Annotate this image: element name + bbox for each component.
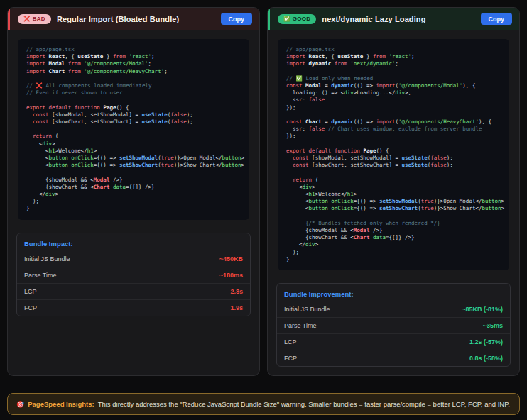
code-line: const Chart = dynamic(() => import('@/co…: [286, 118, 501, 126]
code-line: const [showModal, setShowModal] = useSta…: [286, 155, 501, 162]
code-line: <h1>Welcome</h1>: [286, 191, 501, 198]
code-line: }: [26, 205, 241, 212]
note-text: This directly addresses the "Reduce Java…: [98, 400, 510, 408]
target-icon: 🎯: [16, 401, 24, 408]
code-line: <h1>Welcome</h1>: [26, 148, 241, 155]
metric-label: LCP: [284, 338, 297, 346]
code-line: [286, 169, 501, 176]
metric-value: 1.2s (-57%): [469, 338, 503, 346]
code-line: import Chart from '@/components/HeavyCha…: [26, 68, 241, 75]
metric-row: Initial JS Bundle~85KB (-81%): [277, 302, 510, 317]
code-line: [286, 140, 501, 148]
comparison-panels: ❌ BAD Regular Import (Bloated Bundle) Co…: [7, 7, 520, 376]
code-line: const [showChart, setShowChart] = useSta…: [286, 162, 501, 169]
code-line: {showChart && <Chart data={[]} />}: [286, 234, 501, 241]
copy-button[interactable]: Copy: [481, 13, 513, 25]
code-line: loading: () => <div>Loading...</div>,: [286, 89, 501, 96]
metric-row: Initial JS Bundle~450KB: [17, 251, 250, 267]
badge-label: GOOD: [293, 16, 311, 22]
metrics-rows: Initial JS Bundle~85KB (-81%)Parse Time~…: [277, 302, 510, 366]
status-badge-good: ✅ GOOD: [278, 14, 316, 24]
code-block-good: // app/page.tsximport React, { useState …: [278, 39, 509, 270]
code-line: return (: [286, 177, 501, 184]
metric-value: ~35ms: [483, 322, 503, 329]
metrics-rows: Initial JS Bundle~450KBParse Time~180msL…: [17, 251, 250, 316]
code-line: import React, { useState } from 'react';: [286, 53, 501, 60]
code-line: [286, 111, 501, 118]
metric-label: Initial JS Bundle: [284, 306, 330, 313]
panel-good-lazy-loading: ✅ GOOD next/dynamic Lazy Loading Copy //…: [267, 7, 520, 376]
code-line: }: [286, 256, 501, 263]
code-line: </div>: [286, 241, 501, 248]
metric-value: 0.8s (-58%): [469, 355, 503, 362]
code-line: // ❌ All components loaded immediately: [26, 82, 241, 89]
code-line: const [showChart, setShowChart] = useSta…: [26, 118, 241, 126]
code-line: <button onClick={() => setShowChart(true…: [26, 162, 241, 169]
code-line: import React, { useState } from 'react';: [26, 53, 241, 60]
code-line: ssr: false // Chart uses window, exclude…: [286, 126, 501, 133]
metric-row: LCP2.8s: [17, 283, 250, 299]
panel-bad-header: ❌ BAD Regular Import (Bloated Bundle) Co…: [8, 8, 259, 30]
metrics-title: Bundle Improvement:: [277, 284, 510, 302]
code-line: {showChart && <Chart data={[]} />}: [26, 184, 241, 191]
code-block-bad: // app/page.tsximport React, { useState …: [18, 39, 249, 220]
code-line: });: [286, 104, 501, 111]
code-line: );: [286, 249, 501, 256]
code-line: const Modal = dynamic(() => import('@/co…: [286, 82, 501, 89]
code-line: // app/page.tsx: [286, 46, 501, 53]
panel-title: Regular Import (Bloated Bundle): [57, 15, 215, 23]
pagespeed-insights-note: 🎯 PageSpeed Insights: This directly addr…: [7, 393, 520, 415]
code-line: {showModal && <Modal />}: [26, 177, 241, 184]
metric-label: LCP: [24, 288, 37, 295]
cross-mark-icon: ❌: [23, 16, 31, 22]
code-line: return (: [26, 133, 241, 140]
code-line: <div>: [26, 140, 241, 148]
code-line: [286, 213, 501, 220]
metric-label: FCP: [284, 355, 297, 362]
metric-row: FCP0.8s (-58%): [277, 350, 510, 366]
code-line: [26, 96, 241, 104]
panel-title: next/dynamic Lazy Loading: [322, 15, 474, 23]
code-line: );: [26, 198, 241, 205]
metric-value: 2.8s: [230, 288, 243, 295]
code-line: [26, 126, 241, 133]
panel-good-header: ✅ GOOD next/dynamic Lazy Loading Copy: [268, 8, 519, 30]
code-line: {/* Bundles fetched only when rendered *…: [286, 220, 501, 227]
code-line: export default function Page() {: [26, 104, 241, 111]
copy-button[interactable]: Copy: [221, 13, 253, 25]
metric-label: FCP: [24, 304, 37, 311]
metric-row: LCP1.2s (-57%): [277, 333, 510, 350]
metrics-bundle-impact: Bundle Impact: Initial JS Bundle~450KBPa…: [16, 233, 251, 316]
metrics-bundle-improvement: Bundle Improvement: Initial JS Bundle~85…: [276, 283, 511, 367]
code-line: import dynamic from 'next/dynamic';: [286, 60, 501, 67]
panel-bad-regular-import: ❌ BAD Regular Import (Bloated Bundle) Co…: [7, 7, 260, 376]
metrics-title: Bundle Impact:: [17, 233, 250, 251]
code-line: {showModal && <Modal />}: [286, 227, 501, 234]
metric-value: ~85KB (-81%): [462, 306, 503, 313]
metric-label: Parse Time: [284, 322, 317, 329]
code-line: const [showModal, setShowModal] = useSta…: [26, 111, 241, 118]
code-line: // ✅ Load only when needed: [286, 75, 501, 82]
metric-value: 1.9s: [230, 304, 243, 311]
code-line: // app/page.tsx: [26, 46, 241, 53]
code-line: ssr: false: [286, 96, 501, 104]
status-badge-bad: ❌ BAD: [18, 14, 51, 24]
metric-label: Initial JS Bundle: [24, 255, 70, 262]
metric-row: FCP1.9s: [17, 299, 250, 316]
code-line: import Modal from '@/components/Modal';: [26, 60, 241, 67]
code-line: // Even if never shown to user: [26, 89, 241, 96]
code-line: <button onClick={() => setShowChart(true…: [286, 205, 501, 212]
metric-value: ~450KB: [219, 255, 243, 262]
code-line: </div>: [26, 191, 241, 198]
note-title: PageSpeed Insights:: [28, 400, 94, 408]
metric-label: Parse Time: [24, 272, 57, 279]
check-mark-icon: ✅: [283, 16, 290, 22]
code-line: [26, 75, 241, 82]
code-line: <div>: [286, 184, 501, 191]
code-line: [26, 169, 241, 176]
metric-row: Parse Time~180ms: [17, 267, 250, 283]
code-line: });: [286, 133, 501, 140]
code-line: <button onClick={() => setShowModal(true…: [286, 198, 501, 205]
metric-value: ~180ms: [219, 272, 243, 279]
badge-label: BAD: [33, 16, 45, 22]
